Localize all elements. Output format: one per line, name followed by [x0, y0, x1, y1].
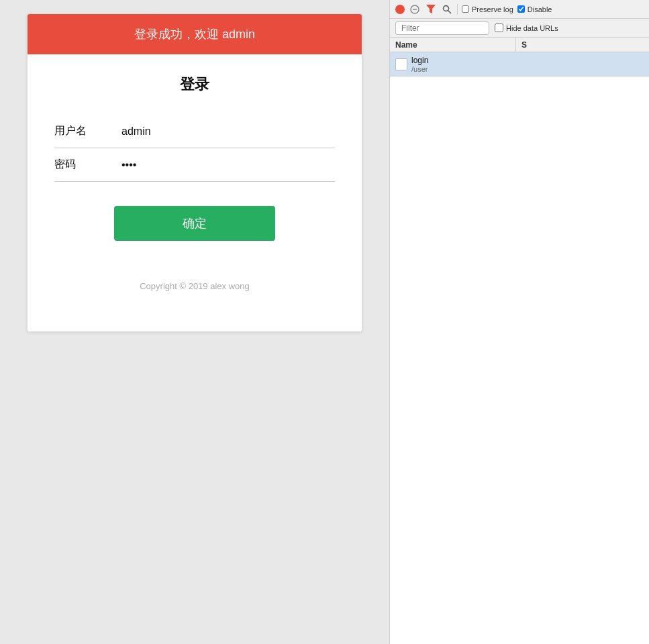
login-card: 登录成功，欢迎 admin 登录 用户名 admin 密码 •••• 确定 Co… — [27, 13, 362, 332]
request-name-primary: login — [411, 56, 428, 65]
separator-1 — [457, 4, 458, 15]
hide-data-urls-checkbox[interactable] — [495, 23, 503, 32]
svg-point-3 — [444, 5, 449, 11]
preserve-log-checkbox[interactable] — [462, 5, 469, 13]
search-icon[interactable] — [441, 3, 453, 15]
preserve-log-checkbox-label[interactable]: Preserve log — [462, 5, 513, 13]
username-row: 用户名 admin — [54, 115, 335, 148]
request-icon — [395, 58, 407, 70]
login-title: 登录 — [54, 74, 335, 95]
svg-line-4 — [448, 10, 452, 13]
submit-button[interactable]: 确定 — [114, 206, 275, 241]
filter-icon[interactable] — [425, 3, 437, 15]
filter-input[interactable] — [395, 21, 489, 35]
password-value: •••• — [121, 159, 335, 171]
col-header-status[interactable]: S — [516, 40, 543, 50]
hide-data-urls-label[interactable]: Hide data URLs — [495, 23, 558, 32]
record-icon[interactable] — [395, 5, 405, 14]
disable-cache-checkbox-label[interactable]: Disable — [517, 5, 552, 13]
request-names: login /user — [411, 56, 428, 73]
request-name-secondary: /user — [411, 65, 428, 73]
username-value: admin — [121, 125, 335, 138]
copyright-text: Copyright © 2019 alex wong — [54, 281, 335, 305]
username-label: 用户名 — [54, 124, 121, 138]
svg-marker-2 — [426, 5, 436, 13]
devtools-pane: Preserve log Disable Hide data URLs Name… — [389, 0, 649, 644]
disable-cache-checkbox[interactable] — [517, 5, 525, 13]
success-banner: 登录成功，欢迎 admin — [28, 14, 362, 54]
col-header-name[interactable]: Name — [395, 38, 516, 52]
network-table-header: Name S — [390, 38, 649, 52]
devtools-filter-bar: Hide data URLs — [390, 19, 649, 38]
password-label: 密码 — [54, 158, 121, 172]
login-body: 登录 用户名 admin 密码 •••• 确定 Copyright © 2019… — [28, 54, 362, 331]
network-row[interactable]: login /user — [390, 52, 649, 76]
devtools-toolbar: Preserve log Disable — [390, 0, 649, 19]
password-row: 密码 •••• — [54, 148, 335, 182]
devtools-content-area — [390, 76, 649, 644]
browser-pane: 登录成功，欢迎 admin 登录 用户名 admin 密码 •••• 确定 Co… — [0, 0, 389, 644]
clear-icon[interactable] — [409, 3, 421, 15]
